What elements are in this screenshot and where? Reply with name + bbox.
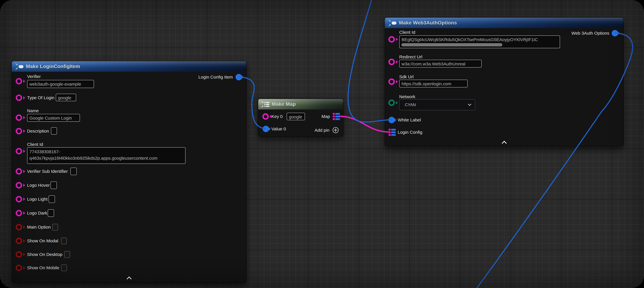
- key0-input[interactable]: google: [286, 113, 305, 120]
- node-make-map[interactable]: ↘↗ Make Map Key 0 google Map Value 0 Add…: [258, 99, 344, 137]
- show-on-mobile-label: Show On Mobile: [27, 265, 59, 270]
- redirect-url-pin[interactable]: [388, 59, 395, 65]
- show-on-modal-label: Show On Modal: [27, 238, 58, 243]
- chevron-down-icon: [468, 102, 471, 106]
- network-label: Network: [399, 94, 415, 99]
- client-id-pin[interactable]: [388, 36, 395, 43]
- client-id-pin[interactable]: [16, 148, 22, 154]
- verifier-sub-identifier-input[interactable]: [70, 168, 77, 175]
- client-id-text: BEglQSgt4cUWcj6SKRdu5QkOXTsePmMcusG5EAoy…: [402, 37, 538, 42]
- main-option-label: Main Option: [27, 225, 51, 230]
- node-header[interactable]: ↘↗ Make Web3AuthOptions: [385, 18, 624, 28]
- show-on-mobile-checkbox[interactable]: [61, 264, 67, 271]
- name-label: Name: [27, 108, 39, 113]
- logo-hover-pin[interactable]: [16, 182, 22, 188]
- network-pin[interactable]: [388, 100, 395, 106]
- value0-pin[interactable]: [263, 126, 269, 132]
- name-pin[interactable]: [16, 114, 22, 121]
- name-input[interactable]: Google Custom Login: [27, 114, 80, 122]
- output-pin-label: Web 3Auth Options: [571, 31, 609, 36]
- node-title: Make Map: [272, 99, 296, 110]
- type-of-login-label: Type Of Login: [27, 95, 54, 100]
- redirect-url-input[interactable]: w3a://com.w3a.Web3AuthUnreal: [399, 60, 482, 68]
- client-id-label: Client Id: [27, 142, 43, 147]
- logo-dark-label: Logo Dark: [27, 211, 47, 215]
- type-of-login-input[interactable]: google: [56, 94, 76, 101]
- logo-light-label: Logo Light: [27, 197, 48, 202]
- verifier-pin[interactable]: [16, 78, 22, 84]
- main-option-checkbox[interactable]: [52, 224, 58, 230]
- verifier-input[interactable]: web3auth-google-example: [27, 80, 94, 88]
- verifier-sub-identifier-label: Verifier Sub Identifier: [27, 169, 68, 174]
- client-id-input[interactable]: BEglQSgt4cUWcj6SKRdu5QkOXTsePmMcusG5EAoy…: [399, 36, 560, 48]
- description-pin[interactable]: [16, 128, 22, 134]
- client-id-scrollbar[interactable]: [402, 43, 502, 46]
- node-make-web3authoptions[interactable]: ↘↗ Make Web3AuthOptions Web 3Auth Option…: [384, 17, 624, 146]
- show-on-desktop-pin[interactable]: [16, 251, 22, 258]
- verifier-label: Verifier: [27, 74, 41, 79]
- login-config-pin[interactable]: [389, 129, 396, 136]
- value0-label: Value 0: [272, 126, 286, 131]
- make-struct-icon: ↘↗: [388, 19, 396, 27]
- sdk-url-label: Sdk Url: [399, 74, 414, 79]
- logo-dark-input[interactable]: [48, 209, 54, 217]
- make-struct-icon: ↘↗: [15, 63, 24, 70]
- description-input[interactable]: [51, 127, 57, 135]
- logo-hover-input[interactable]: [50, 181, 57, 189]
- show-on-desktop-label: Show On Desktop: [27, 252, 62, 257]
- logo-hover-label: Logo Hover: [27, 183, 50, 188]
- collapse-node-chevron-icon[interactable]: [127, 276, 132, 281]
- logo-light-pin[interactable]: [16, 196, 22, 202]
- redirect-url-label: Redirect Url: [399, 55, 422, 59]
- map-output-pin[interactable]: [333, 113, 340, 120]
- blueprint-graph-canvas[interactable]: ↘↗ Make LoginConfigItem Login Config Ite…: [0, 0, 644, 288]
- key0-label: Key 0: [272, 114, 283, 119]
- network-dropdown-value: CYAN: [405, 102, 416, 107]
- client-id-input[interactable]: 774338308167-q463s7kpvja16l4l0kko3nb925i…: [27, 147, 186, 164]
- logo-dark-pin[interactable]: [16, 210, 22, 216]
- map-output-label: Map: [322, 114, 330, 119]
- add-pin-button[interactable]: [332, 127, 339, 133]
- sdk-url-pin[interactable]: [388, 78, 395, 85]
- main-option-pin[interactable]: [16, 224, 22, 230]
- node-title: Make Web3AuthOptions: [399, 18, 457, 28]
- node-header[interactable]: ↘↗ Make Map: [258, 99, 343, 110]
- show-on-modal-checkbox[interactable]: [61, 237, 67, 244]
- type-of-login-pin[interactable]: [16, 95, 22, 101]
- node-make-loginconfigitem[interactable]: ↘↗ Make LoginConfigItem Login Config Ite…: [12, 61, 246, 283]
- show-on-mobile-pin[interactable]: [16, 264, 22, 271]
- key0-pin[interactable]: [262, 113, 269, 120]
- logo-light-input[interactable]: [48, 195, 55, 203]
- collapse-node-chevron-icon[interactable]: [502, 141, 507, 146]
- client-id-label: Client Id: [399, 30, 415, 35]
- node-title: Make LoginConfigItem: [26, 61, 80, 72]
- sdk-url-input[interactable]: https://sdk.openlogin.com: [399, 80, 468, 88]
- make-map-icon: ↘↗: [261, 101, 269, 108]
- white-label-label: White Label: [398, 118, 421, 123]
- output-pin-label: Login Config Item: [198, 75, 233, 80]
- show-on-desktop-checkbox[interactable]: [64, 251, 70, 258]
- network-dropdown[interactable]: CYAN: [399, 99, 475, 110]
- login-config-label: Login Config: [398, 130, 422, 135]
- show-on-modal-pin[interactable]: [16, 238, 22, 244]
- verifier-sub-identifier-pin[interactable]: [16, 168, 22, 175]
- wire-map-to-login-config[interactable]: [339, 116, 389, 132]
- node-header[interactable]: ↘↗ Make LoginConfigItem: [12, 61, 246, 72]
- add-pin-label: Add pin: [314, 128, 330, 133]
- description-label: Description: [27, 129, 49, 134]
